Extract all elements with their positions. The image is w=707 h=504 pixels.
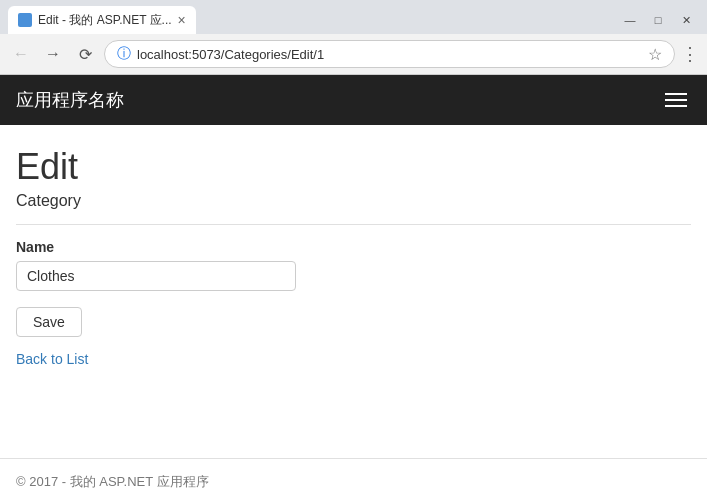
- divider: [16, 224, 691, 225]
- refresh-button[interactable]: ⟳: [72, 41, 98, 67]
- window-controls: — □ ✕: [617, 10, 699, 30]
- name-form-group: Name: [16, 239, 691, 291]
- bookmark-icon[interactable]: ☆: [648, 45, 662, 64]
- tab-favicon: [18, 13, 32, 27]
- hamburger-line-1: [665, 93, 687, 95]
- browser-menu-icon[interactable]: ⋮: [681, 43, 699, 65]
- back-to-list-link[interactable]: Back to List: [16, 351, 691, 367]
- maximize-button[interactable]: □: [645, 10, 671, 30]
- name-input[interactable]: [16, 261, 296, 291]
- navbar-toggle-button[interactable]: [661, 89, 691, 111]
- app-wrapper: 应用程序名称 Edit Category Name Save Back to L…: [0, 75, 707, 504]
- hamburger-line-3: [665, 105, 687, 107]
- main-content: Edit Category Name Save Back to List: [0, 125, 707, 458]
- info-icon: ⓘ: [117, 45, 131, 63]
- save-button[interactable]: Save: [16, 307, 82, 337]
- address-bar: ← → ⟳ ⓘ localhost:5073/Categories/Edit/1…: [0, 34, 707, 74]
- tab-close-button[interactable]: ×: [178, 13, 186, 27]
- url-bar[interactable]: ⓘ localhost:5073/Categories/Edit/1 ☆: [104, 40, 675, 68]
- close-button[interactable]: ✕: [673, 10, 699, 30]
- hamburger-line-2: [665, 99, 687, 101]
- title-bar: Edit - 我的 ASP.NET 应... × — □ ✕: [0, 0, 707, 34]
- url-text: localhost:5073/Categories/Edit/1: [137, 47, 642, 62]
- name-label: Name: [16, 239, 691, 255]
- page-subtitle: Category: [16, 192, 691, 210]
- page-title: Edit: [16, 145, 691, 188]
- footer: © 2017 - 我的 ASP.NET 应用程序: [0, 458, 707, 504]
- back-button[interactable]: ←: [8, 41, 34, 67]
- tab-title: Edit - 我的 ASP.NET 应...: [38, 12, 172, 29]
- forward-button[interactable]: →: [40, 41, 66, 67]
- minimize-button[interactable]: —: [617, 10, 643, 30]
- navbar-brand[interactable]: 应用程序名称: [16, 88, 124, 112]
- browser-chrome: Edit - 我的 ASP.NET 应... × — □ ✕ ← → ⟳ ⓘ l…: [0, 0, 707, 75]
- navbar: 应用程序名称: [0, 75, 707, 125]
- footer-text: © 2017 - 我的 ASP.NET 应用程序: [16, 474, 209, 489]
- browser-tab[interactable]: Edit - 我的 ASP.NET 应... ×: [8, 6, 196, 34]
